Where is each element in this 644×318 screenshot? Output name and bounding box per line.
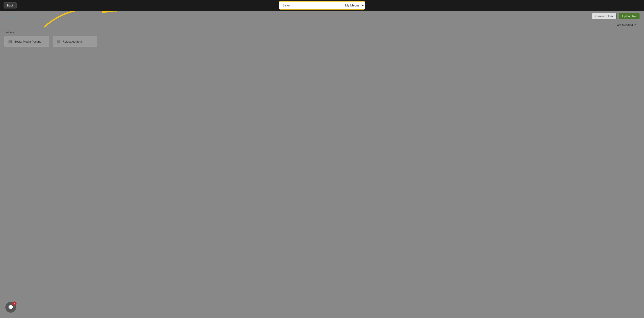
search-filter-select[interactable]: My Media All Media (342, 1, 364, 9)
chat-icon: 💬 (8, 305, 14, 310)
folders-label: Folders (4, 30, 640, 34)
folder-icon: ▤ (8, 39, 12, 44)
folders-section: Folders ▤ Social Media Posting ▤ Relocat… (0, 28, 644, 49)
search-input[interactable] (280, 2, 342, 9)
sort-bar: Last Modified Name ↓ (0, 22, 644, 28)
content-area: Home Create Folder Upload file Last Modi… (0, 11, 644, 318)
folders-grid: ▤ Social Media Posting ▤ Relocated Item (4, 36, 640, 47)
header-actions: Create Folder Upload file (592, 13, 640, 19)
search-bar-container: My Media All Media (279, 1, 365, 9)
folder-icon: ▤ (56, 39, 60, 44)
chat-bubble[interactable]: 💬 5 (5, 302, 16, 313)
upload-file-button[interactable]: Upload file (619, 13, 640, 19)
chat-badge: 5 (12, 302, 16, 306)
folder-name: Relocated Item (62, 40, 82, 43)
sub-header: Home Create Folder Upload file (0, 11, 644, 22)
back-button[interactable]: Back (4, 2, 17, 8)
folder-name: Social Media Posting (14, 40, 41, 43)
breadcrumb-home[interactable]: Home (4, 14, 13, 18)
sort-select[interactable]: Last Modified Name (615, 23, 637, 27)
create-folder-button[interactable]: Create Folder (592, 13, 616, 19)
top-bar: Back My Media All Media (0, 0, 644, 11)
sort-direction-icon[interactable]: ↓ (638, 23, 640, 27)
folder-item-relocated-item[interactable]: ▤ Relocated Item (53, 36, 97, 47)
folder-item-social-media-posting[interactable]: ▤ Social Media Posting (4, 36, 49, 47)
